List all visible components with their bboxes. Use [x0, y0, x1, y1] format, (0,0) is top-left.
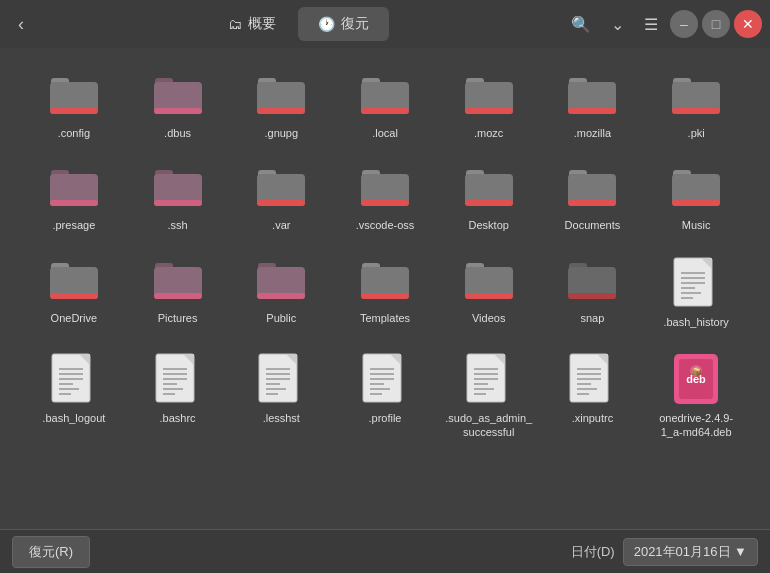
file-label: .bashrc [160, 411, 196, 425]
file-item[interactable]: .ssh [128, 156, 228, 240]
file-item[interactable]: .pki [646, 64, 746, 148]
folder-icon [670, 72, 722, 120]
folder-icon [359, 72, 411, 120]
file-label: Music [682, 218, 711, 232]
file-label: .ssh [167, 218, 187, 232]
file-label: .pki [688, 126, 705, 140]
svg-rect-41 [672, 200, 720, 206]
folder-icon [152, 164, 204, 212]
file-grid: .config .dbus .gnupg .local [24, 64, 746, 447]
file-item[interactable]: .mozc [439, 64, 539, 148]
search-button[interactable]: 🔍 [563, 9, 599, 40]
file-item[interactable]: .profile [335, 345, 435, 448]
date-dropdown[interactable]: 2021年01月16日 ▼ [623, 538, 758, 566]
sort-section: 日付(D) 2021年01月16日 ▼ [571, 538, 758, 566]
folder-icon [48, 257, 100, 305]
file-icon [569, 353, 615, 405]
file-label: OneDrive [51, 311, 97, 325]
folder-icon [463, 164, 515, 212]
file-item[interactable]: deb 📦 onedrive-2.4.9-1_a-md64.deb [646, 345, 746, 448]
folder-icon [463, 72, 515, 120]
menu-button[interactable]: ☰ [636, 9, 666, 40]
file-item[interactable]: OneDrive [24, 249, 124, 337]
svg-rect-35 [465, 200, 513, 206]
file-item[interactable]: .bashrc [128, 345, 228, 448]
file-item[interactable]: Music [646, 156, 746, 240]
minimize-button[interactable]: – [670, 10, 698, 38]
file-item[interactable]: .presage [24, 156, 124, 240]
file-item[interactable]: Desktop [439, 156, 539, 240]
file-browser: .config .dbus .gnupg .local [0, 48, 770, 529]
chevron-button[interactable]: ⌄ [603, 9, 632, 40]
restore-button[interactable]: 復元(R) [12, 536, 90, 568]
file-label: .config [58, 126, 90, 140]
svg-rect-8 [257, 108, 305, 114]
folder-icon [48, 72, 100, 120]
file-label: Videos [472, 311, 505, 325]
file-label: Documents [565, 218, 621, 232]
file-icon [155, 353, 201, 405]
folder-icon [48, 164, 100, 212]
file-label: .profile [368, 411, 401, 425]
file-item[interactable]: Pictures [128, 249, 228, 337]
date-label: 2021年01月16日 ▼ [634, 543, 747, 561]
file-item[interactable]: Templates [335, 249, 435, 337]
svg-rect-50 [257, 293, 305, 299]
svg-rect-2 [50, 108, 98, 114]
svg-rect-56 [465, 293, 513, 299]
tab-restore[interactable]: 🕐 復元 [298, 7, 389, 41]
close-button[interactable]: ✕ [734, 10, 762, 38]
file-label: .sudo_as_admin_successful [443, 411, 535, 440]
file-label: snap [580, 311, 604, 325]
file-item[interactable]: snap [543, 249, 643, 337]
file-item[interactable]: .lesshst [231, 345, 331, 448]
svg-rect-26 [154, 200, 202, 206]
svg-rect-32 [361, 200, 409, 206]
file-label: Desktop [469, 218, 509, 232]
file-item[interactable]: .mozilla [543, 64, 643, 148]
tab-summary[interactable]: 🗂 概要 [208, 7, 296, 41]
folder-icon [566, 257, 618, 305]
file-item[interactable]: Public [231, 249, 331, 337]
window-controls: 🔍 ⌄ ☰ – □ ✕ [563, 9, 762, 40]
svg-rect-47 [154, 293, 202, 299]
svg-rect-14 [465, 108, 513, 114]
folder-icon [255, 72, 307, 120]
titlebar: ‹ 🗂 概要 🕐 復元 🔍 ⌄ ☰ – □ ✕ [0, 0, 770, 48]
file-item[interactable]: Documents [543, 156, 643, 240]
file-item[interactable]: .bash_logout [24, 345, 124, 448]
file-item[interactable]: .local [335, 64, 435, 148]
svg-rect-11 [361, 108, 409, 114]
file-item[interactable]: .vscode-oss [335, 156, 435, 240]
file-label: .mozilla [574, 126, 611, 140]
svg-rect-53 [361, 293, 409, 299]
file-label: onedrive-2.4.9-1_a-md64.deb [650, 411, 742, 440]
file-item[interactable]: .bash_history [646, 249, 746, 337]
file-item[interactable]: Videos [439, 249, 539, 337]
file-icon [51, 353, 97, 405]
file-item[interactable]: .var [231, 156, 331, 240]
folder-icon [152, 257, 204, 305]
back-button[interactable]: ‹ [8, 8, 34, 41]
file-label: .bash_logout [42, 411, 105, 425]
file-item[interactable]: .xinputrc [543, 345, 643, 448]
file-icon [362, 353, 408, 405]
restore-tab-icon: 🕐 [318, 16, 335, 32]
folder-icon [152, 72, 204, 120]
folder-icon [566, 164, 618, 212]
file-label: .presage [52, 218, 95, 232]
svg-rect-59 [568, 293, 616, 299]
file-item[interactable]: .dbus [128, 64, 228, 148]
svg-rect-44 [50, 293, 98, 299]
file-item[interactable]: .sudo_as_admin_successful [439, 345, 539, 448]
file-label: Public [266, 311, 296, 325]
file-icon [466, 353, 512, 405]
svg-rect-5 [154, 108, 202, 114]
file-label: .lesshst [263, 411, 300, 425]
svg-rect-17 [568, 108, 616, 114]
maximize-button[interactable]: □ [702, 10, 730, 38]
file-item[interactable]: .gnupg [231, 64, 331, 148]
file-item[interactable]: .config [24, 64, 124, 148]
folder-icon [670, 164, 722, 212]
svg-text:📦: 📦 [691, 366, 703, 378]
